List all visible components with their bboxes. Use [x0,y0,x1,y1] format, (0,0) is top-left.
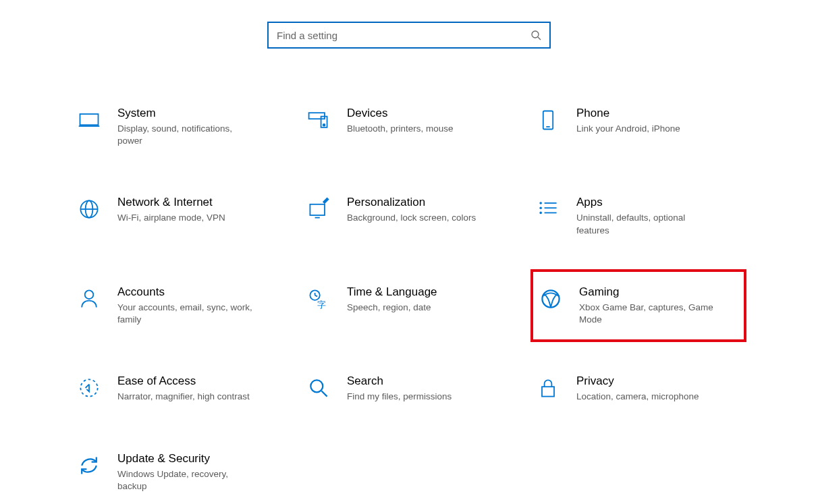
tile-title: System [117,107,259,120]
tile-title: Update & Security [117,452,259,466]
tile-title: Network & Internet [117,196,225,209]
tile-accounts[interactable]: Accounts Your accounts, email, sync, wor… [72,281,288,330]
tile-desc: Speech, region, date [347,302,437,314]
tile-title: Personalization [347,196,476,209]
svg-rect-2 [80,114,99,125]
tile-system[interactable]: System Display, sound, notifications, po… [72,103,288,151]
tile-update-security[interactable]: Update & Security Windows Update, recove… [72,448,288,497]
svg-line-23 [315,295,318,296]
update-icon [76,452,103,479]
tile-title: Gaming [579,285,721,299]
tile-title: Phone [576,107,680,120]
tile-desc: Uninstall, defaults, optional features [576,212,718,236]
accounts-icon [76,285,103,312]
tile-desc: Bluetooth, printers, mouse [347,123,454,135]
svg-rect-4 [309,113,325,119]
tile-title: Devices [347,107,454,120]
tile-desc: Xbox Game Bar, captures, Game Mode [579,302,721,326]
search-container [0,0,818,49]
apps-icon [535,196,562,223]
search-input[interactable] [277,30,530,41]
tile-search[interactable]: Search Find my files, permissions [301,370,517,407]
tile-ease-of-access[interactable]: Ease of Access Narrator, magnifier, high… [72,370,288,407]
tile-apps[interactable]: Apps Uninstall, defaults, optional featu… [530,192,746,240]
tile-desc: Narrator, magnifier, high contrast [117,391,250,403]
globe-icon [76,196,103,223]
lock-icon [535,374,562,401]
ease-of-access-icon [76,374,103,401]
tile-title: Apps [576,196,718,209]
tile-title: Accounts [117,285,259,299]
svg-point-6 [323,124,325,126]
tile-desc: Find my files, permissions [347,391,452,403]
tile-desc: Display, sound, notifications, power [117,123,259,147]
tile-phone[interactable]: Phone Link your Android, iPhone [530,103,746,151]
svg-rect-29 [542,387,554,397]
tile-desc: Wi-Fi, airplane mode, VPN [117,212,225,224]
tile-title: Search [347,374,452,388]
tile-desc: Background, lock screen, colors [347,212,476,224]
magnifier-icon [305,374,332,401]
tile-gaming[interactable]: Gaming Xbox Game Bar, captures, Game Mod… [530,269,746,342]
tile-title: Privacy [576,374,699,388]
search-icon [530,30,541,40]
tile-title: Ease of Access [117,374,250,388]
svg-line-1 [538,37,541,40]
system-icon [76,107,103,134]
tile-desc: Windows Update, recovery, backup [117,468,259,493]
phone-icon [535,107,562,134]
tile-network[interactable]: Network & Internet Wi-Fi, airplane mode,… [72,192,288,240]
tile-title: Time & Language [347,285,437,299]
tile-time-language[interactable]: 字 Time & Language Speech, region, date [301,281,517,330]
devices-icon [305,107,332,134]
svg-text:字: 字 [317,299,326,309]
svg-point-27 [310,381,323,393]
svg-point-20 [85,290,94,299]
tile-desc: Location, camera, microphone [576,391,699,403]
tile-desc: Link your Android, iPhone [576,123,680,135]
tile-desc: Your accounts, email, sync, work, family [117,302,259,326]
tile-personalization[interactable]: Personalization Background, lock screen,… [301,192,517,240]
svg-rect-12 [310,204,325,215]
personalization-icon [305,196,332,223]
svg-point-0 [532,31,539,38]
settings-grid: System Display, sound, notifications, po… [72,103,746,497]
gaming-icon [537,285,564,312]
tile-privacy[interactable]: Privacy Location, camera, microphone [530,370,746,407]
search-box[interactable] [267,22,551,49]
svg-line-28 [322,391,327,397]
time-language-icon: 字 [305,285,332,312]
tile-devices[interactable]: Devices Bluetooth, printers, mouse [301,103,517,151]
